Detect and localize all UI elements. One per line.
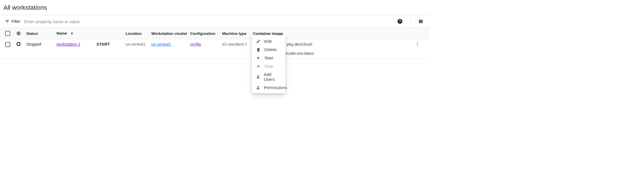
row-checkbox[interactable] bbox=[5, 42, 10, 47]
help-icon[interactable]: ? bbox=[396, 17, 404, 25]
start-button[interactable]: START bbox=[96, 42, 110, 47]
workstation-name-link[interactable]: workstation-1 bbox=[57, 42, 80, 47]
menu-item-start[interactable]: Start bbox=[252, 54, 285, 59]
edit-icon bbox=[256, 39, 261, 44]
status-stopped-icon bbox=[17, 42, 21, 46]
cluster-link[interactable]: us-central1 bbox=[151, 42, 171, 47]
menu-item-delete[interactable]: Delete bbox=[252, 45, 285, 54]
filter-bar: Filter ? bbox=[0, 15, 429, 28]
col-machine-type[interactable]: Machine type bbox=[221, 31, 252, 36]
configuration-link[interactable]: config bbox=[190, 42, 201, 47]
menu-item-edit[interactable]: Edit bbox=[252, 37, 285, 45]
svg-point-2 bbox=[417, 43, 418, 43]
toolbar-divider bbox=[410, 18, 410, 25]
col-location[interactable]: Location bbox=[124, 31, 150, 36]
menu-item-label: Start bbox=[264, 55, 273, 59]
col-status[interactable]: Status bbox=[25, 31, 55, 36]
columns-icon[interactable] bbox=[417, 17, 425, 25]
play-icon bbox=[256, 56, 261, 59]
sort-ascending-icon bbox=[70, 31, 74, 35]
col-name[interactable]: Name bbox=[55, 31, 95, 36]
col-cluster[interactable]: Workstation cluster bbox=[150, 31, 189, 36]
status-indicator-header-icon bbox=[17, 31, 21, 35]
svg-point-3 bbox=[417, 44, 418, 45]
status-text: Stopped bbox=[25, 41, 55, 47]
col-configuration[interactable]: Configuration bbox=[189, 31, 221, 36]
table-row: Stopped workstation-1 START us-central1 … bbox=[0, 39, 429, 59]
svg-text:?: ? bbox=[399, 19, 401, 23]
row-actions-menu-button[interactable] bbox=[415, 42, 424, 47]
filter-icon bbox=[5, 19, 10, 24]
menu-item-label: Edit bbox=[264, 39, 272, 44]
delete-icon bbox=[256, 47, 261, 52]
menu-item-label: Delete bbox=[264, 47, 277, 52]
filter-label: Filter bbox=[11, 19, 20, 24]
svg-point-4 bbox=[417, 45, 418, 46]
location-text: us-central1 bbox=[124, 41, 150, 47]
page-title: All workstations bbox=[0, 0, 429, 15]
machine-type-text: e2-standard-2 bbox=[221, 41, 252, 47]
row-actions-menu: Edit Delete Start Stop Add Users Permiss… bbox=[252, 35, 285, 59]
select-all-checkbox[interactable] bbox=[5, 31, 10, 36]
table-header: Status Name Location Workstation cluster… bbox=[0, 28, 429, 39]
filter-input[interactable] bbox=[24, 19, 396, 24]
